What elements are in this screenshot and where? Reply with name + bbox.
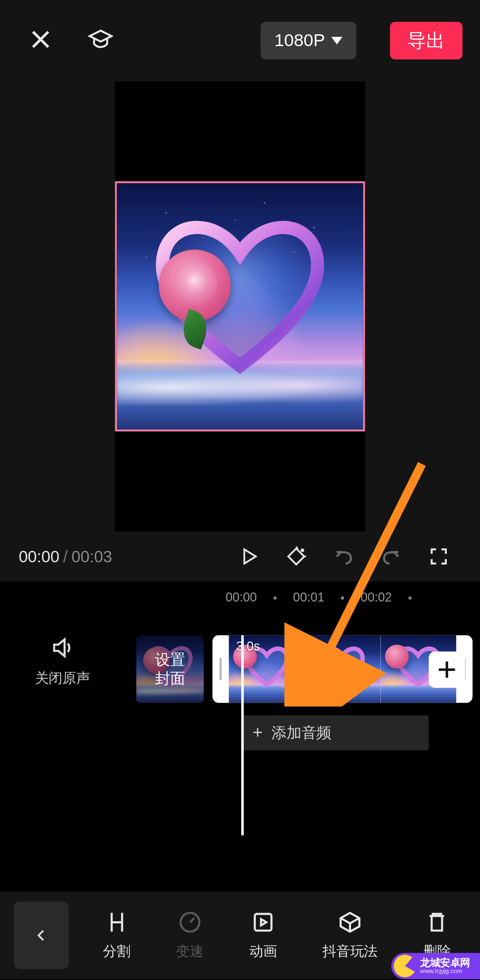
watermark-logo — [394, 955, 416, 977]
tool-animation[interactable]: 动画 — [249, 910, 277, 961]
rose-graphic — [159, 250, 234, 325]
video-editor-app: 1080P 导出 — [0, 0, 480, 979]
timeline[interactable]: 00:00 00:01 00:02 关闭原声 设置 封面 — [0, 581, 480, 892]
svg-rect-3 — [255, 914, 271, 931]
resolution-dropdown[interactable]: 1080P — [261, 22, 356, 60]
playback-bar: 00:00/00:03 — [0, 532, 480, 582]
video-preview[interactable] — [115, 81, 365, 532]
time-ruler: 00:00 00:01 00:02 — [0, 585, 480, 610]
add-audio-button[interactable]: + 添加音频 — [241, 715, 429, 751]
video-track: 关闭原声 设置 封面 3.0s — [0, 635, 480, 729]
total-time: 00:03 — [71, 547, 112, 566]
header: 1080P 导出 — [0, 0, 480, 81]
mute-toggle[interactable]: 关闭原声 — [0, 635, 125, 688]
plus-icon: + — [253, 723, 263, 743]
add-clip-button[interactable] — [429, 652, 465, 688]
tutorial-icon[interactable] — [87, 26, 113, 55]
play-button[interactable] — [226, 546, 271, 567]
video-clip[interactable]: 3.0s — [213, 635, 473, 703]
clip-frames — [229, 635, 456, 703]
time-display: 00:00/00:03 — [19, 547, 112, 566]
redo-button[interactable] — [369, 546, 413, 567]
keyframe-button[interactable] — [274, 546, 319, 567]
back-button[interactable] — [14, 902, 69, 969]
export-button[interactable]: 导出 — [390, 22, 463, 60]
tool-douyin[interactable]: 抖音玩法 — [322, 910, 378, 961]
undo-button[interactable] — [321, 546, 366, 567]
clip-duration: 3.0s — [236, 639, 260, 653]
resolution-value: 1080P — [274, 31, 325, 51]
tool-speed: 变速 — [176, 910, 203, 961]
current-time: 00:00 — [19, 547, 60, 566]
chevron-down-icon — [331, 37, 343, 44]
clip-handle-left[interactable] — [213, 635, 229, 703]
playhead[interactable] — [241, 635, 244, 835]
preview-frame — [115, 181, 365, 432]
svg-point-0 — [302, 549, 303, 551]
tool-split[interactable]: 分割 — [103, 910, 130, 961]
set-cover-button[interactable]: 设置 封面 — [136, 635, 204, 703]
fullscreen-button[interactable] — [416, 546, 461, 567]
close-button[interactable] — [27, 26, 53, 55]
watermark: 龙城安卓网 www.lcjyjg.com — [391, 953, 480, 979]
preview-area — [0, 81, 480, 532]
